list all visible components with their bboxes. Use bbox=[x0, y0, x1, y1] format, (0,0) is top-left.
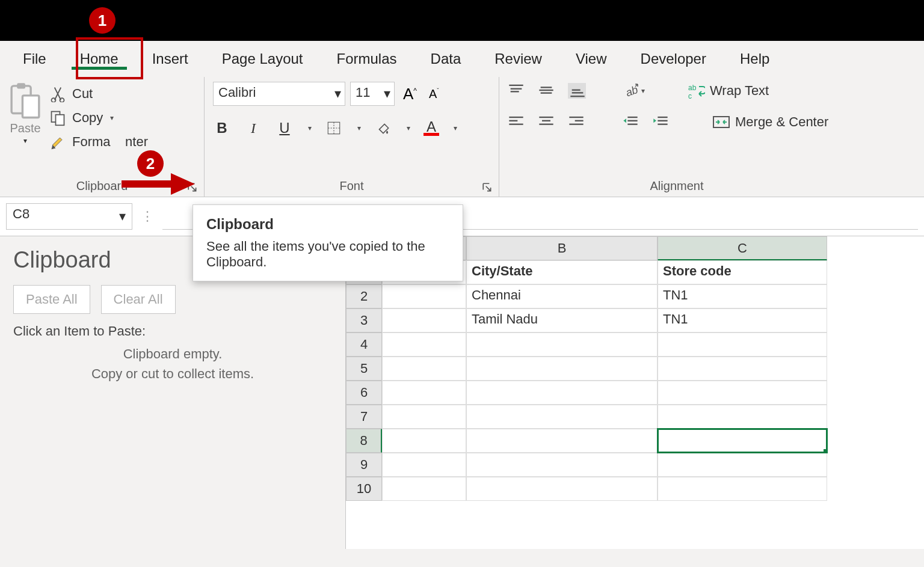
align-bottom-button[interactable] bbox=[568, 83, 586, 99]
tab-home[interactable]: Home bbox=[63, 44, 135, 73]
font-size-value: 11 bbox=[356, 85, 370, 100]
cell[interactable] bbox=[382, 308, 466, 333]
tab-page-layout[interactable]: Page Layout bbox=[205, 44, 320, 73]
cell[interactable] bbox=[658, 429, 827, 453]
cell[interactable] bbox=[466, 453, 658, 477]
paste-button[interactable]: Paste ▾ bbox=[8, 82, 42, 177]
cut-button[interactable]: Cut bbox=[49, 85, 148, 102]
row-header[interactable]: 6 bbox=[346, 381, 382, 405]
cell[interactable] bbox=[658, 477, 827, 501]
lower-area: Clipboard Paste All Clear All Click an I… bbox=[0, 236, 924, 549]
cell[interactable] bbox=[382, 284, 466, 308]
cell[interactable] bbox=[658, 357, 827, 381]
borders-button[interactable] bbox=[325, 119, 343, 137]
row-header[interactable]: 7 bbox=[346, 405, 382, 429]
tab-developer[interactable]: Developer bbox=[624, 44, 723, 73]
font-color-dropdown-icon[interactable]: ▾ bbox=[454, 124, 457, 132]
tab-insert[interactable]: Insert bbox=[135, 44, 205, 73]
cell[interactable] bbox=[466, 333, 658, 357]
scissors-icon bbox=[49, 85, 66, 102]
paste-all-button[interactable]: Paste All bbox=[13, 285, 90, 314]
paste-dropdown-icon[interactable]: ▾ bbox=[23, 136, 27, 145]
name-box[interactable]: C8 ▾ bbox=[6, 203, 132, 230]
underline-dropdown-icon[interactable]: ▾ bbox=[308, 124, 312, 132]
font-launcher[interactable] bbox=[482, 182, 493, 193]
tab-file[interactable]: File bbox=[6, 44, 63, 73]
merge-center-button[interactable]: Merge & Center bbox=[712, 113, 828, 131]
cell[interactable]: Tamil Nadu bbox=[466, 308, 658, 333]
fill-dropdown-icon[interactable]: ▾ bbox=[407, 124, 410, 132]
col-header-b[interactable]: B bbox=[466, 236, 658, 260]
cell[interactable] bbox=[382, 405, 466, 429]
row-header[interactable]: 10 bbox=[346, 477, 382, 501]
orientation-dropdown-icon[interactable]: ▾ bbox=[641, 87, 645, 95]
cell[interactable] bbox=[658, 333, 827, 357]
clipboard-tooltip: Clipboard See all the items you've copie… bbox=[192, 204, 463, 281]
align-center-button[interactable] bbox=[538, 114, 556, 130]
cell[interactable] bbox=[382, 381, 466, 405]
format-painter-button[interactable]: Forma00nter bbox=[49, 133, 148, 150]
cell[interactable]: Chennai bbox=[466, 284, 658, 308]
font-size-select[interactable]: 11 ▾ bbox=[350, 82, 395, 106]
cell[interactable] bbox=[466, 381, 658, 405]
col-header-c[interactable]: C bbox=[658, 236, 827, 260]
cell[interactable] bbox=[658, 405, 827, 429]
align-right-button[interactable] bbox=[568, 114, 586, 130]
clipboard-empty-line2: Copy or cut to collect items. bbox=[13, 364, 332, 384]
tab-help[interactable]: Help bbox=[723, 44, 786, 73]
copy-button[interactable]: Copy ▾ bbox=[49, 109, 148, 126]
svg-rect-1 bbox=[17, 83, 25, 88]
tab-view[interactable]: View bbox=[559, 44, 624, 73]
row-header[interactable]: 9 bbox=[346, 453, 382, 477]
orientation-button[interactable]: ab ▾ bbox=[622, 82, 645, 100]
tab-formulas[interactable]: Formulas bbox=[320, 44, 414, 73]
row-header[interactable]: 3 bbox=[346, 308, 382, 333]
align-top-button[interactable] bbox=[508, 83, 526, 99]
row-header[interactable]: 8 bbox=[346, 429, 382, 453]
italic-button[interactable]: I bbox=[244, 119, 262, 137]
font-name-select[interactable]: Calibri ▾ bbox=[213, 82, 345, 106]
cell[interactable] bbox=[382, 477, 466, 501]
group-alignment: ab ▾ abc Wrap Text Merge & bbox=[499, 77, 854, 197]
tab-review[interactable]: Review bbox=[478, 44, 559, 73]
copy-dropdown-icon[interactable]: ▾ bbox=[110, 114, 114, 122]
cell[interactable]: TN1 bbox=[658, 308, 827, 333]
cell[interactable] bbox=[466, 477, 658, 501]
cell[interactable] bbox=[658, 453, 827, 477]
row-header[interactable]: 2 bbox=[346, 284, 382, 308]
clear-all-button[interactable]: Clear All bbox=[101, 285, 176, 314]
cell[interactable] bbox=[382, 429, 466, 453]
align-middle-button[interactable] bbox=[538, 83, 556, 99]
underline-button[interactable]: U bbox=[276, 119, 294, 137]
chevron-down-icon: ▾ bbox=[384, 86, 390, 102]
align-left-button[interactable] bbox=[508, 114, 526, 130]
cell[interactable] bbox=[466, 357, 658, 381]
fill-color-button[interactable] bbox=[374, 119, 392, 137]
tooltip-title: Clipboard bbox=[206, 216, 449, 233]
group-font-label: Font bbox=[339, 179, 363, 192]
cut-label: Cut bbox=[72, 86, 93, 102]
cell[interactable] bbox=[466, 405, 658, 429]
cell[interactable] bbox=[382, 453, 466, 477]
wrap-text-button[interactable]: abc Wrap Text bbox=[687, 82, 769, 100]
bold-button[interactable]: B bbox=[213, 119, 231, 137]
cell[interactable]: City/State bbox=[466, 260, 658, 284]
borders-dropdown-icon[interactable]: ▾ bbox=[357, 124, 361, 132]
cell[interactable] bbox=[382, 357, 466, 381]
increase-indent-button[interactable] bbox=[652, 114, 670, 130]
cell[interactable] bbox=[466, 429, 658, 453]
increase-font-button[interactable]: A^ bbox=[399, 84, 420, 104]
cell[interactable]: TN1 bbox=[658, 284, 827, 308]
format-painter-label: Forma00nter bbox=[72, 134, 148, 150]
font-color-button[interactable]: A bbox=[424, 121, 439, 136]
decrease-indent-button[interactable] bbox=[622, 114, 640, 130]
cell[interactable] bbox=[382, 333, 466, 357]
spreadsheet[interactable]: A B C 1City/StateStore code2ChennaiTN13T… bbox=[346, 236, 924, 549]
cell[interactable] bbox=[658, 381, 827, 405]
row-header[interactable]: 5 bbox=[346, 357, 382, 381]
row-header[interactable]: 4 bbox=[346, 333, 382, 357]
tab-data[interactable]: Data bbox=[414, 44, 478, 73]
cell[interactable]: Store code bbox=[658, 260, 827, 284]
clipboard-empty-line1: Clipboard empty. bbox=[13, 344, 332, 364]
decrease-font-button[interactable]: Aˇ bbox=[425, 87, 443, 102]
